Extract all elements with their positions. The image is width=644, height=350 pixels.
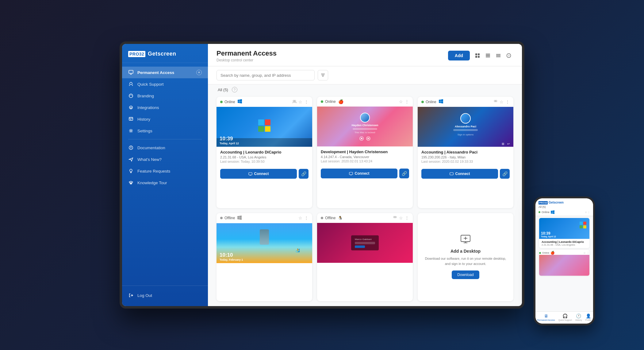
- add-permanent-access-btn[interactable]: +: [196, 70, 202, 75]
- lock-name: Hayden Christensen: [351, 124, 378, 127]
- phone-monitor-icon: 🖥: [544, 313, 548, 318]
- phone-card-2-header: Online 🍎 ☆ ⋮: [539, 251, 589, 255]
- phone-nav-profile[interactable]: 👤 Profile: [585, 313, 592, 321]
- download-btn[interactable]: Download: [452, 270, 479, 279]
- page-title: Permanent Access: [217, 49, 277, 57]
- more-icon-1[interactable]: ⋮: [304, 99, 309, 104]
- add-button[interactable]: Add: [448, 51, 470, 60]
- more-icon-2[interactable]: ⋮: [405, 99, 409, 104]
- card-3-header: Online ☆ ⋮: [418, 97, 513, 107]
- sidebar-label-quick-support: Quick Support: [137, 82, 164, 87]
- card-1-ip: 2.21.31.68 - USA, Los Angeles: [220, 155, 309, 159]
- sidebar-item-feature-requests[interactable]: Feature Requests: [122, 165, 208, 177]
- sidebar-item-history[interactable]: History: [122, 113, 208, 125]
- lock-bar: [353, 128, 377, 130]
- card-2-title: Development | Hayden Christensen: [321, 150, 409, 154]
- star-icon-3[interactable]: ☆: [500, 99, 504, 104]
- group-icon[interactable]: [292, 99, 297, 104]
- nav-divider: [128, 139, 202, 139]
- star-icon-5[interactable]: ☆: [399, 216, 403, 220]
- connect-btn-1[interactable]: Connect: [220, 169, 297, 179]
- card-2-actions: ☆ ⋮: [399, 99, 409, 104]
- header-left: Permanent Access Desktop control center: [217, 49, 277, 62]
- sidebar-label-logout: Log Out: [137, 293, 152, 298]
- link-btn-1[interactable]: 🔗: [299, 169, 309, 179]
- phone-mockup: PRO32 Getscreen All (5) Online ☆ ⋮: [534, 196, 595, 325]
- phone-nav-permanent-access[interactable]: 🖥 Permanent Access: [537, 313, 555, 321]
- svg-point-44: [366, 137, 370, 140]
- os-icon-mac: 🍎: [338, 99, 343, 104]
- svg-rect-28: [486, 56, 490, 57]
- status-dot-offline-5: [321, 217, 323, 219]
- connect-btn-2[interactable]: Connect: [321, 169, 397, 178]
- phone-history-icon: 🕐: [576, 313, 581, 318]
- phone-status-online: Online: [542, 211, 550, 214]
- card-2-header: Online 🍎 ☆ ⋮: [317, 97, 413, 107]
- compact-view-btn[interactable]: [494, 51, 503, 60]
- grid-view-btn[interactable]: [473, 51, 482, 60]
- sidebar-item-documentation[interactable]: Documentation: [122, 142, 208, 154]
- svg-point-3: [130, 82, 132, 85]
- sidebar-item-integrations[interactable]: Integrations: [122, 102, 208, 113]
- help-btn[interactable]: ?: [504, 51, 513, 60]
- phone-profile-icon: 👤: [586, 313, 591, 318]
- svg-rect-0: [129, 70, 133, 73]
- group-icon-5[interactable]: [393, 216, 397, 220]
- search-input[interactable]: [217, 70, 315, 80]
- filter-button[interactable]: [318, 70, 328, 80]
- card-3-screenshot: Alessandro Paci Sign in options ⊞ ↩: [418, 107, 513, 147]
- help-icon[interactable]: ?: [232, 87, 237, 92]
- sidebar-item-knowledge-tour[interactable]: Knowledge Tour: [122, 177, 208, 189]
- phone-nav-label-4: Profile: [585, 319, 592, 321]
- link-btn-3[interactable]: 🔗: [500, 169, 510, 179]
- lock-msg: This Mac is locked!: [355, 131, 375, 134]
- card-1-screenshot: 10:39 Today, April 12: [217, 107, 312, 147]
- group-icon-3[interactable]: [493, 99, 498, 104]
- svg-rect-53: [450, 173, 453, 175]
- star-icon-1[interactable]: ☆: [298, 99, 302, 104]
- sidebar: PRO32 Getscreen Permanent Access +: [122, 44, 208, 306]
- svg-text:⊞: ⊞: [502, 142, 504, 146]
- sidebar-item-whats-new[interactable]: What's New?: [122, 154, 208, 165]
- card-3-card-actions: Connect 🔗: [418, 166, 513, 182]
- logout-icon: [128, 293, 134, 298]
- phone-nav-label-3: History: [575, 319, 582, 321]
- connect-btn-3[interactable]: Connect: [421, 169, 498, 179]
- phone-time: 10:39 Today, April 12: [541, 231, 556, 238]
- sidebar-item-permanent-access[interactable]: Permanent Access +: [122, 67, 208, 78]
- card-4-screenshot: 🏄 10:10 Today, February 1: [217, 223, 312, 263]
- phone-nav-quick-support[interactable]: 🎧 Quick Support: [558, 313, 572, 321]
- status-label-4: Offline: [224, 216, 235, 220]
- svg-text:↩: ↩: [507, 142, 510, 146]
- svg-text:?: ?: [508, 54, 509, 57]
- sidebar-label-permanent-access: Permanent Access: [137, 70, 174, 75]
- sidebar-item-settings[interactable]: Settings: [122, 125, 208, 137]
- phone-nav-history[interactable]: 🕐 History: [575, 313, 582, 321]
- svg-marker-43: [361, 138, 363, 139]
- sidebar-label-feature-requests: Feature Requests: [137, 169, 170, 173]
- more-icon-5[interactable]: ⋮: [405, 216, 409, 220]
- sidebar-item-logout[interactable]: Log Out: [122, 290, 208, 301]
- book-icon: [128, 145, 134, 150]
- history-icon: [128, 116, 134, 122]
- all-row: All (5) ?: [208, 84, 522, 95]
- svg-point-4: [129, 94, 133, 98]
- more-icon-4[interactable]: ⋮: [304, 216, 309, 220]
- sidebar-item-branding[interactable]: Branding: [122, 90, 208, 102]
- phone-content: 10:39 Today, April 12: [535, 216, 593, 311]
- count-label: All (5): [218, 88, 228, 92]
- more-icon-3[interactable]: ⋮: [505, 99, 510, 104]
- phone-card-1-ip: 2.21.31.68 - USA, Los Angeles: [542, 243, 587, 246]
- card-5-actions: ☆ ⋮: [393, 216, 409, 220]
- svg-rect-25: [478, 56, 480, 58]
- plug-icon: [128, 105, 134, 110]
- list-view-btn[interactable]: [483, 51, 493, 60]
- sidebar-item-quick-support[interactable]: Quick Support: [122, 78, 208, 90]
- logo: PRO32 Getscreen: [128, 51, 202, 57]
- star-icon-2[interactable]: ☆: [399, 99, 403, 104]
- monitor: PRO32 Getscreen Permanent Access +: [120, 41, 524, 309]
- link-btn-2[interactable]: 🔗: [399, 169, 409, 178]
- card-2-body: Development | Hayden Christensen 4.14.24…: [317, 146, 413, 166]
- star-icon-4[interactable]: ☆: [298, 216, 302, 220]
- status-label-5: Offline: [325, 216, 335, 220]
